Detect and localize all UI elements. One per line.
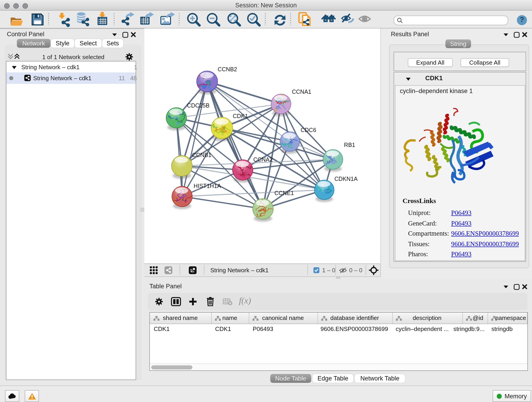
svg-text:CCNA1: CCNA1 <box>292 89 311 95</box>
svg-text:CCNB1: CCNB1 <box>192 152 211 158</box>
svg-text:RB1: RB1 <box>344 142 355 148</box>
svg-text:CCNE1: CCNE1 <box>274 190 294 196</box>
svg-text:CDC6: CDC6 <box>301 127 316 133</box>
svg-text:CDC25B: CDC25B <box>187 102 210 109</box>
svg-text:CDKN1A: CDKN1A <box>334 176 358 182</box>
svg-text:CDK1: CDK1 <box>233 113 248 119</box>
svg-text:HIST1H1A: HIST1H1A <box>194 183 221 189</box>
svg-text:CCNB2: CCNB2 <box>218 66 237 72</box>
svg-text:CCNA2: CCNA2 <box>253 156 273 163</box>
